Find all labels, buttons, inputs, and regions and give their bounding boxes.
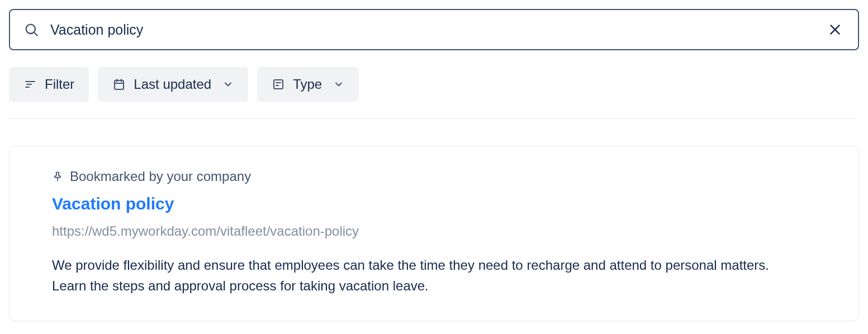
result-description: We provide flexibility and ensure that e… bbox=[52, 255, 790, 296]
search-icon bbox=[23, 22, 39, 37]
type-filter[interactable]: Type bbox=[257, 67, 359, 102]
search-bar bbox=[9, 9, 859, 50]
chevron-down-icon bbox=[222, 79, 234, 90]
last-updated-filter[interactable]: Last updated bbox=[98, 67, 248, 102]
bookmarked-label: Bookmarked by your company bbox=[70, 169, 251, 184]
filter-bar: Filter Last updated Type bbox=[9, 67, 859, 119]
document-icon bbox=[272, 78, 285, 91]
svg-line-1 bbox=[34, 32, 37, 35]
search-input[interactable] bbox=[50, 22, 814, 38]
result-title-link[interactable]: Vacation policy bbox=[52, 194, 174, 213]
last-updated-label: Last updated bbox=[134, 77, 211, 92]
svg-rect-7 bbox=[115, 80, 124, 89]
bookmarked-indicator: Bookmarked by your company bbox=[52, 169, 816, 184]
pin-icon bbox=[52, 171, 63, 182]
type-label: Type bbox=[293, 77, 322, 92]
filter-button[interactable]: Filter bbox=[9, 67, 89, 102]
chevron-down-icon bbox=[333, 79, 344, 90]
close-icon bbox=[828, 22, 842, 37]
filter-label: Filter bbox=[45, 77, 74, 92]
filter-icon bbox=[23, 78, 37, 91]
clear-search-button[interactable] bbox=[826, 20, 845, 39]
search-result-card: Bookmarked by your company Vacation poli… bbox=[9, 146, 859, 321]
result-url: https://wd5.myworkday.com/vitafleet/vaca… bbox=[52, 223, 816, 239]
svg-rect-11 bbox=[274, 80, 283, 89]
calendar-icon bbox=[112, 78, 126, 91]
